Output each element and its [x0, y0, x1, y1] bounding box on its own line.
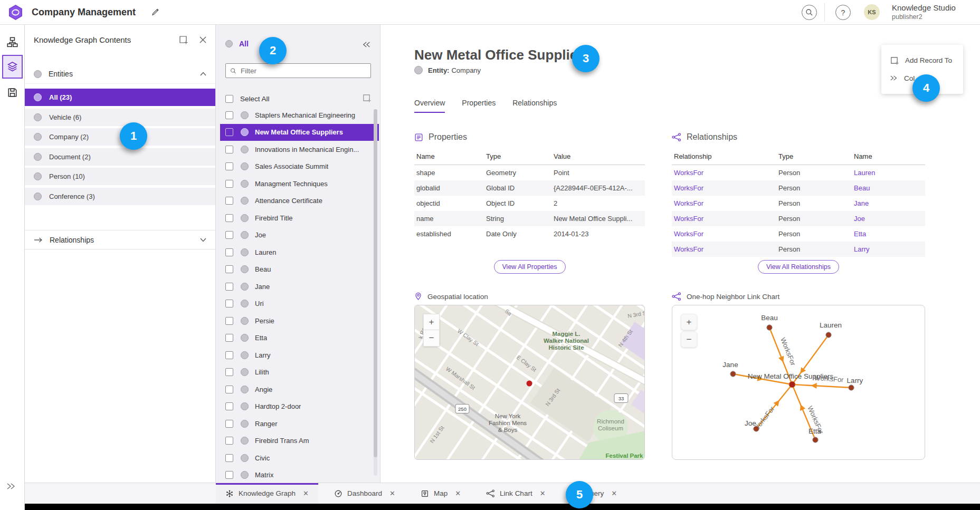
list-item[interactable]: Attendance Certificate [216, 193, 380, 210]
list-item[interactable]: Innovations in Mechanical Engin... [216, 141, 380, 158]
entity-type-row[interactable]: Conference (3) [25, 188, 215, 205]
save-icon[interactable] [7, 87, 18, 100]
list-item[interactable]: Firebird Title [216, 209, 380, 227]
table-cell-link[interactable]: WorksFor [672, 196, 776, 211]
item-checkbox[interactable] [225, 214, 233, 222]
select-all-row[interactable]: Select All [225, 91, 371, 106]
item-checkbox[interactable] [225, 146, 233, 153]
help-icon[interactable]: ? [835, 5, 851, 20]
list-item[interactable]: Civic [216, 449, 380, 467]
table-cell-link[interactable]: Joe [852, 211, 925, 226]
view-all-relationships-button[interactable]: View All Relationships [758, 260, 839, 274]
item-checkbox[interactable] [225, 471, 233, 479]
table-cell-link[interactable]: Lauren [852, 165, 925, 181]
item-checkbox[interactable] [225, 283, 233, 291]
node[interactable] [849, 385, 854, 390]
item-checkbox[interactable] [225, 300, 233, 307]
zoom-out-button[interactable]: − [681, 331, 697, 348]
edit-title-icon[interactable] [151, 7, 160, 18]
node[interactable] [813, 437, 818, 442]
item-checkbox[interactable] [225, 437, 233, 445]
node[interactable] [767, 325, 772, 330]
table-cell-link[interactable]: Beau [852, 180, 925, 196]
list-item[interactable]: Firebird Trans Am [216, 432, 380, 450]
list-item[interactable]: Matrix [216, 467, 380, 483]
relationships-section-header[interactable]: Relationships [25, 230, 215, 249]
search-icon[interactable] [802, 5, 817, 20]
close-tab-icon[interactable]: ✕ [455, 489, 461, 497]
item-checkbox[interactable] [225, 265, 233, 273]
item-checkbox[interactable] [225, 248, 233, 256]
one-hop-link-chart[interactable]: WorksForWorksForWorksForWorksForNew Meta… [672, 305, 925, 460]
list-item[interactable]: Lauren [216, 244, 380, 261]
filter-input[interactable] [241, 67, 366, 75]
entity-type-row[interactable]: Document (2) [25, 148, 215, 166]
list-item[interactable]: Lilith [216, 364, 380, 381]
table-cell-link[interactable]: WorksFor [672, 165, 776, 181]
entity-type-row[interactable]: All (23) [25, 89, 215, 106]
tab-dashboard[interactable]: Dashboard✕ [325, 483, 405, 504]
scrollbar-thumb[interactable] [374, 109, 377, 457]
close-tab-icon[interactable]: ✕ [303, 489, 309, 497]
select-all-checkbox[interactable] [225, 95, 233, 103]
item-checkbox[interactable] [225, 368, 233, 376]
item-checkbox[interactable] [225, 402, 233, 410]
close-tab-icon[interactable]: ✕ [540, 489, 546, 497]
list-item[interactable]: Beau [216, 261, 380, 278]
list-item[interactable]: Managment Techniques [216, 175, 380, 193]
item-checkbox[interactable] [225, 128, 233, 136]
list-item[interactable]: Angie [216, 381, 380, 398]
list-item[interactable]: Joe [216, 227, 380, 244]
list-item[interactable]: Uri [216, 295, 380, 313]
item-checkbox[interactable] [225, 111, 233, 119]
item-checkbox[interactable] [225, 454, 233, 462]
table-cell-link[interactable]: Jane [852, 196, 925, 211]
entity-type-row[interactable]: Person (10) [25, 168, 215, 185]
node[interactable] [730, 371, 736, 377]
list-item[interactable]: Persie [216, 312, 380, 330]
entities-section-header[interactable]: Entities [25, 64, 215, 84]
center-node[interactable] [789, 381, 795, 388]
geospatial-map[interactable]: k RoW Clay StSaW Marshall StE Clay StN 3… [414, 305, 645, 460]
list-item[interactable]: Jane [216, 278, 380, 295]
item-checkbox[interactable] [225, 317, 233, 325]
list-item[interactable]: Staplers Mechanical Engineering [216, 107, 380, 124]
add-record-icon[interactable] [178, 35, 188, 44]
zoom-in-button[interactable]: + [423, 314, 440, 330]
tab-knowledge-graph[interactable]: Knowledge Graph✕ [216, 483, 318, 504]
data-model-icon[interactable] [7, 37, 18, 50]
menu-item-add-record-to[interactable]: Add Record To [881, 51, 963, 69]
item-checkbox[interactable] [225, 420, 233, 428]
table-cell-link[interactable]: WorksFor [672, 242, 776, 257]
view-all-properties-button[interactable]: View All Properties [494, 260, 566, 274]
item-checkbox[interactable] [225, 351, 233, 359]
item-checkbox[interactable] [225, 180, 233, 188]
close-panel-icon[interactable] [199, 36, 206, 43]
add-record-icon[interactable] [362, 93, 371, 104]
app-logo-icon[interactable] [7, 4, 24, 21]
list-item[interactable]: Ranger [216, 415, 380, 432]
layers-tool-selected[interactable] [2, 55, 23, 79]
tab-map[interactable]: Map✕ [411, 483, 470, 504]
close-tab-icon[interactable]: ✕ [389, 489, 395, 497]
list-item[interactable]: Hardtop 2-door [216, 398, 380, 416]
avatar[interactable]: KS [864, 4, 880, 20]
item-checkbox[interactable] [225, 334, 233, 342]
item-checkbox[interactable] [225, 162, 233, 170]
table-cell-link[interactable]: WorksFor [672, 180, 776, 196]
item-checkbox[interactable] [225, 231, 233, 239]
list-item[interactable]: Sales Associate Summit [216, 158, 380, 176]
zoom-out-button[interactable]: − [423, 330, 440, 347]
item-checkbox[interactable] [225, 386, 233, 393]
scrollbar[interactable] [374, 109, 377, 476]
node[interactable] [826, 332, 831, 338]
zoom-in-button[interactable]: + [681, 314, 697, 330]
list-item[interactable]: Etta [216, 330, 380, 347]
user-menu[interactable]: Knowledge Studio publisher2 [892, 3, 956, 21]
table-cell-link[interactable]: Etta [852, 226, 925, 242]
item-checkbox[interactable] [225, 197, 233, 205]
list-item[interactable]: Larry [216, 347, 380, 364]
tab-link-chart[interactable]: Link Chart✕ [477, 483, 555, 504]
entity-type-row[interactable]: Vehicle (6) [25, 109, 215, 126]
list-item[interactable]: New Metal Office Suppliers [220, 124, 379, 141]
